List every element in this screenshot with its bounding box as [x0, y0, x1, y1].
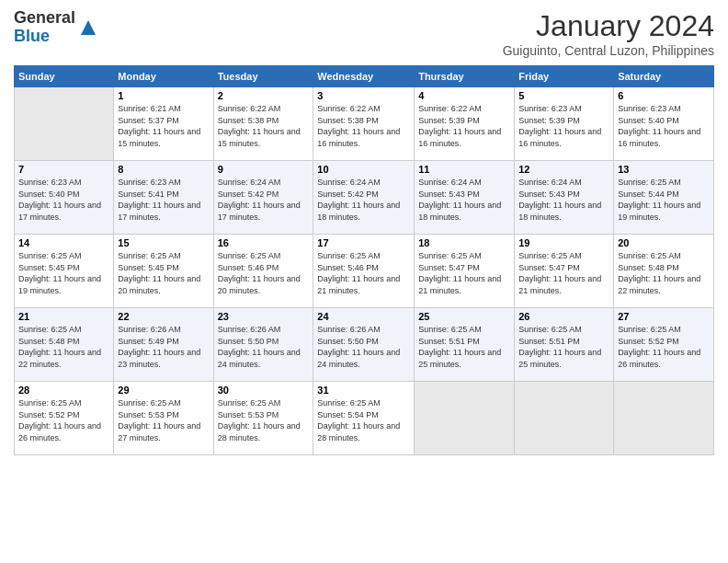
day-number: 3 [317, 90, 410, 101]
day-info: Sunrise: 6:25 AM Sunset: 5:51 PM Dayligh… [518, 324, 609, 370]
day-info: Sunrise: 6:25 AM Sunset: 5:45 PM Dayligh… [118, 250, 209, 296]
day-number: 12 [518, 164, 609, 175]
day-info: Sunrise: 6:23 AM Sunset: 5:40 PM Dayligh… [18, 177, 109, 223]
day-number: 4 [418, 90, 510, 101]
calendar-header-monday: Monday [114, 66, 213, 87]
calendar-cell: 8Sunrise: 6:23 AM Sunset: 5:41 PM Daylig… [114, 161, 213, 235]
day-number: 16 [218, 237, 310, 248]
calendar-cell [15, 87, 114, 161]
calendar-header-thursday: Thursday [415, 66, 515, 87]
calendar-cell: 6Sunrise: 6:23 AM Sunset: 5:40 PM Daylig… [614, 87, 714, 161]
day-info: Sunrise: 6:24 AM Sunset: 5:43 PM Dayligh… [518, 177, 609, 223]
calendar-cell: 11Sunrise: 6:24 AM Sunset: 5:43 PM Dayli… [415, 161, 515, 235]
calendar-cell: 10Sunrise: 6:24 AM Sunset: 5:42 PM Dayli… [313, 161, 415, 235]
day-number: 14 [18, 237, 109, 248]
day-number: 15 [118, 237, 209, 248]
calendar-cell: 2Sunrise: 6:22 AM Sunset: 5:38 PM Daylig… [213, 87, 313, 161]
calendar-cell [415, 382, 515, 455]
day-number: 22 [118, 311, 209, 322]
day-number: 1 [118, 90, 209, 101]
calendar-cell: 13Sunrise: 6:25 AM Sunset: 5:44 PM Dayli… [614, 161, 714, 235]
month-title: January 2024 [503, 9, 714, 43]
title-block: January 2024 Guiguinto, Central Luzon, P… [503, 9, 714, 58]
calendar-cell: 3Sunrise: 6:22 AM Sunset: 5:38 PM Daylig… [313, 87, 415, 161]
calendar-header-friday: Friday [515, 66, 614, 87]
day-number: 18 [418, 237, 510, 248]
calendar-cell: 1Sunrise: 6:21 AM Sunset: 5:37 PM Daylig… [114, 87, 213, 161]
day-number: 7 [18, 164, 109, 175]
day-info: Sunrise: 6:23 AM Sunset: 5:39 PM Dayligh… [518, 103, 609, 149]
day-info: Sunrise: 6:22 AM Sunset: 5:39 PM Dayligh… [418, 103, 510, 149]
day-info: Sunrise: 6:26 AM Sunset: 5:50 PM Dayligh… [317, 324, 410, 370]
calendar-cell: 21Sunrise: 6:25 AM Sunset: 5:48 PM Dayli… [15, 308, 114, 382]
day-info: Sunrise: 6:23 AM Sunset: 5:41 PM Dayligh… [118, 177, 209, 223]
header: General Blue January 2024 Guiguinto, Cen… [14, 9, 714, 58]
calendar-cell: 4Sunrise: 6:22 AM Sunset: 5:39 PM Daylig… [415, 87, 515, 161]
day-number: 17 [317, 237, 410, 248]
logo-icon [77, 17, 99, 39]
calendar-cell: 5Sunrise: 6:23 AM Sunset: 5:39 PM Daylig… [515, 87, 614, 161]
day-number: 24 [317, 311, 410, 322]
calendar-cell: 22Sunrise: 6:26 AM Sunset: 5:49 PM Dayli… [114, 308, 213, 382]
day-number: 19 [518, 237, 609, 248]
day-number: 31 [317, 385, 410, 396]
day-info: Sunrise: 6:24 AM Sunset: 5:42 PM Dayligh… [317, 177, 410, 223]
svg-marker-0 [81, 20, 96, 35]
logo-general: General [14, 8, 75, 27]
day-info: Sunrise: 6:22 AM Sunset: 5:38 PM Dayligh… [218, 103, 310, 149]
logo: General Blue [14, 9, 99, 46]
day-info: Sunrise: 6:25 AM Sunset: 5:53 PM Dayligh… [218, 397, 310, 443]
day-number: 25 [418, 311, 510, 322]
day-number: 28 [18, 385, 109, 396]
calendar-header-tuesday: Tuesday [213, 66, 313, 87]
day-number: 10 [317, 164, 410, 175]
day-info: Sunrise: 6:24 AM Sunset: 5:42 PM Dayligh… [218, 177, 310, 223]
day-number: 11 [418, 164, 510, 175]
calendar-cell: 16Sunrise: 6:25 AM Sunset: 5:46 PM Dayli… [213, 235, 313, 308]
calendar-cell: 23Sunrise: 6:26 AM Sunset: 5:50 PM Dayli… [213, 308, 313, 382]
calendar-cell: 7Sunrise: 6:23 AM Sunset: 5:40 PM Daylig… [15, 161, 114, 235]
day-number: 29 [118, 385, 209, 396]
day-info: Sunrise: 6:25 AM Sunset: 5:54 PM Dayligh… [317, 397, 410, 443]
logo-text: General Blue [14, 9, 99, 46]
calendar-cell [614, 382, 714, 455]
day-number: 26 [518, 311, 609, 322]
day-number: 13 [618, 164, 710, 175]
calendar-cell: 31Sunrise: 6:25 AM Sunset: 5:54 PM Dayli… [313, 382, 415, 455]
location-title: Guiguinto, Central Luzon, Philippines [503, 43, 714, 58]
day-info: Sunrise: 6:25 AM Sunset: 5:46 PM Dayligh… [317, 250, 410, 296]
day-number: 27 [618, 311, 710, 322]
day-number: 23 [218, 311, 310, 322]
day-info: Sunrise: 6:25 AM Sunset: 5:48 PM Dayligh… [618, 250, 710, 296]
day-info: Sunrise: 6:25 AM Sunset: 5:51 PM Dayligh… [418, 324, 510, 370]
day-info: Sunrise: 6:25 AM Sunset: 5:45 PM Dayligh… [18, 250, 109, 296]
day-info: Sunrise: 6:25 AM Sunset: 5:44 PM Dayligh… [618, 177, 710, 223]
day-info: Sunrise: 6:25 AM Sunset: 5:48 PM Dayligh… [18, 324, 109, 370]
day-info: Sunrise: 6:25 AM Sunset: 5:52 PM Dayligh… [618, 324, 710, 370]
calendar-cell: 27Sunrise: 6:25 AM Sunset: 5:52 PM Dayli… [614, 308, 714, 382]
day-info: Sunrise: 6:26 AM Sunset: 5:50 PM Dayligh… [218, 324, 310, 370]
day-info: Sunrise: 6:22 AM Sunset: 5:38 PM Dayligh… [317, 103, 410, 149]
calendar-cell: 28Sunrise: 6:25 AM Sunset: 5:52 PM Dayli… [15, 382, 114, 455]
day-info: Sunrise: 6:25 AM Sunset: 5:46 PM Dayligh… [218, 250, 310, 296]
day-number: 2 [218, 90, 310, 101]
day-info: Sunrise: 6:23 AM Sunset: 5:40 PM Dayligh… [618, 103, 710, 149]
day-info: Sunrise: 6:25 AM Sunset: 5:47 PM Dayligh… [518, 250, 609, 296]
day-info: Sunrise: 6:24 AM Sunset: 5:43 PM Dayligh… [418, 177, 510, 223]
page: General Blue January 2024 Guiguinto, Cen… [0, 0, 728, 563]
day-number: 6 [618, 90, 710, 101]
calendar-header-saturday: Saturday [614, 66, 714, 87]
calendar-cell: 17Sunrise: 6:25 AM Sunset: 5:46 PM Dayli… [313, 235, 415, 308]
logo-blue: Blue [14, 27, 50, 45]
calendar-cell: 14Sunrise: 6:25 AM Sunset: 5:45 PM Dayli… [15, 235, 114, 308]
calendar-cell: 15Sunrise: 6:25 AM Sunset: 5:45 PM Dayli… [114, 235, 213, 308]
calendar-cell: 29Sunrise: 6:25 AM Sunset: 5:53 PM Dayli… [114, 382, 213, 455]
calendar-header-wednesday: Wednesday [313, 66, 415, 87]
calendar-table: SundayMondayTuesdayWednesdayThursdayFrid… [14, 65, 714, 455]
calendar-cell: 25Sunrise: 6:25 AM Sunset: 5:51 PM Dayli… [415, 308, 515, 382]
calendar-cell: 19Sunrise: 6:25 AM Sunset: 5:47 PM Dayli… [515, 235, 614, 308]
day-info: Sunrise: 6:21 AM Sunset: 5:37 PM Dayligh… [118, 103, 209, 149]
day-number: 8 [118, 164, 209, 175]
calendar-cell: 18Sunrise: 6:25 AM Sunset: 5:47 PM Dayli… [415, 235, 515, 308]
day-info: Sunrise: 6:25 AM Sunset: 5:52 PM Dayligh… [18, 397, 109, 443]
